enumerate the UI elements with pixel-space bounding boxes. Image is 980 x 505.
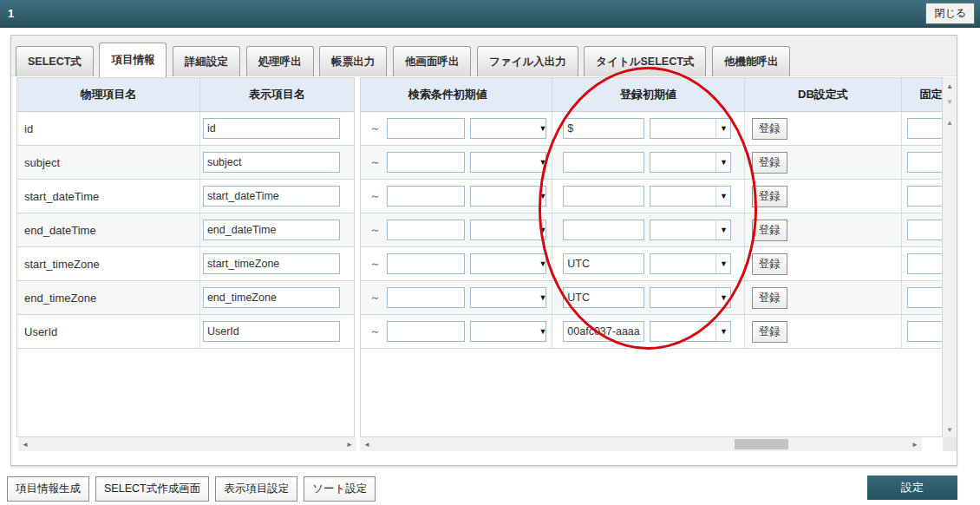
condition-value-input[interactable] (387, 220, 465, 240)
fixed-value-input[interactable] (907, 253, 942, 274)
scroll-right-icon[interactable]: ► (343, 441, 356, 449)
condition-value-input[interactable] (387, 118, 465, 139)
dropdown-arrow-icon: ▼ (715, 322, 730, 341)
register-option-select[interactable]: ▼ (650, 253, 731, 274)
tab-other-function-call[interactable]: 他機能呼出 (712, 46, 791, 76)
scroll-down-icon[interactable]: ▼ (943, 423, 957, 436)
condition-value-input[interactable] (387, 321, 465, 342)
register-value-input[interactable] (563, 287, 644, 308)
condition-option-select[interactable]: ▼ (470, 253, 546, 274)
column-header-display-name: 表示項目名 (200, 78, 354, 111)
condition-value-input[interactable] (387, 287, 465, 308)
fixed-value-input[interactable] (907, 321, 942, 342)
register-value-input[interactable] (563, 321, 644, 342)
sort-settings-button[interactable]: ソート設定 (304, 476, 376, 502)
scroll-down-icon[interactable]: ▼ (943, 95, 957, 108)
register-option-select[interactable]: ▼ (650, 220, 731, 240)
fixed-value-input[interactable] (907, 152, 942, 173)
condition-option-select[interactable]: ▼ (470, 321, 546, 342)
register-option-select[interactable]: ▼ (650, 186, 731, 207)
horizontal-scrollbar-left[interactable]: ◄ ► (18, 437, 356, 451)
register-button[interactable]: 登録 (752, 253, 787, 275)
dropdown-arrow-icon: ▼ (538, 322, 546, 341)
horizontal-scrollbar-right[interactable]: ◄ ► (360, 437, 922, 451)
table-row: ～ ▼ ▼ 登録 (361, 146, 942, 180)
display-name-input[interactable] (203, 253, 340, 274)
tab-file-io[interactable]: ファイル入出力 (477, 46, 578, 76)
generate-item-info-button[interactable]: 項目情報生成 (7, 476, 89, 502)
tab-title-select-expression[interactable]: タイトルSELECT式 (584, 46, 706, 76)
condition-value-input[interactable] (387, 186, 465, 207)
display-name-input[interactable] (203, 118, 340, 139)
table-row: id (17, 112, 354, 146)
range-separator: ～ (369, 290, 382, 305)
table-row: ～ ▼ ▼ 登録 (361, 281, 942, 315)
condition-option-select[interactable]: ▼ (470, 186, 546, 207)
physical-name-label: id (17, 112, 200, 145)
register-value-input[interactable] (563, 186, 644, 207)
range-separator: ～ (369, 188, 382, 204)
fixed-value-input[interactable] (907, 186, 942, 207)
register-value-input[interactable] (563, 118, 644, 139)
register-value-input[interactable] (563, 152, 644, 173)
display-name-input[interactable] (203, 321, 340, 342)
register-button[interactable]: 登録 (752, 321, 787, 343)
scrollbar-thumb[interactable] (735, 439, 788, 449)
display-name-input[interactable] (203, 220, 340, 240)
condition-option-select[interactable]: ▼ (470, 220, 546, 240)
display-name-input[interactable] (203, 287, 340, 308)
register-value-input[interactable] (563, 253, 644, 274)
scroll-up-icon[interactable]: ▲ (943, 79, 957, 93)
fixed-value-input[interactable] (907, 220, 942, 240)
column-header-condition-initial-value: 検索条件初期値 (361, 78, 552, 111)
tab-select-expression[interactable]: SELECT式 (16, 46, 94, 76)
display-name-input[interactable] (203, 186, 340, 207)
tab-detail-settings[interactable]: 詳細設定 (173, 46, 240, 76)
dropdown-arrow-icon: ▼ (715, 254, 730, 273)
range-separator: ～ (369, 324, 382, 339)
range-separator: ～ (369, 154, 382, 170)
register-button[interactable]: 登録 (752, 186, 787, 207)
condition-option-select[interactable]: ▼ (470, 118, 546, 139)
table-row: ～ ▼ ▼ 登録 (361, 213, 942, 247)
fixed-value-input[interactable] (907, 287, 942, 308)
scroll-up-icon[interactable]: ▲ (943, 115, 957, 129)
register-option-select[interactable]: ▼ (650, 118, 731, 139)
table-row: ～ ▼ ▼ 登録 (361, 247, 942, 281)
select-expression-screen-button[interactable]: SELECT式作成画面 (95, 476, 209, 502)
register-button[interactable]: 登録 (752, 220, 787, 241)
scroll-right-icon[interactable]: ► (908, 441, 922, 449)
condition-option-select[interactable]: ▼ (470, 152, 546, 173)
scroll-left-icon[interactable]: ◄ (360, 441, 374, 449)
register-option-select[interactable]: ▼ (650, 152, 731, 173)
column-header-register-initial-value: 登録初期値 (552, 78, 744, 111)
register-button[interactable]: 登録 (752, 287, 787, 309)
condition-option-select[interactable]: ▼ (470, 287, 546, 308)
close-button[interactable]: 閉じる (925, 3, 975, 24)
physical-name-label: subject (17, 146, 200, 179)
dropdown-arrow-icon: ▼ (715, 220, 730, 239)
vertical-scrollbar[interactable]: ▲ ▼ ▲ ▼ (943, 77, 957, 451)
display-item-settings-button[interactable]: 表示項目設定 (215, 476, 297, 502)
settings-button[interactable]: 設定 (867, 475, 957, 500)
scroll-left-icon[interactable]: ◄ (18, 441, 32, 449)
condition-value-input[interactable] (387, 152, 465, 173)
register-value-input[interactable] (563, 220, 644, 240)
register-button[interactable]: 登録 (752, 152, 787, 174)
physical-name-label: end_dateTime (17, 213, 200, 246)
register-option-select[interactable]: ▼ (650, 321, 731, 342)
tab-item-info[interactable]: 項目情報 (99, 43, 167, 77)
footer-toolbar: 項目情報生成 SELECT式作成画面 表示項目設定 ソート設定 (7, 476, 376, 502)
register-option-select[interactable]: ▼ (650, 287, 731, 308)
tab-other-screen-call[interactable]: 他画面呼出 (393, 46, 472, 76)
range-separator: ～ (369, 222, 382, 238)
column-header-physical-name: 物理項目名 (17, 78, 200, 111)
condition-value-input[interactable] (387, 253, 465, 274)
table-row: end_dateTime (17, 213, 354, 247)
display-name-input[interactable] (203, 152, 340, 173)
fixed-value-input[interactable] (907, 118, 942, 139)
register-button[interactable]: 登録 (752, 118, 787, 140)
tab-report-output[interactable]: 帳票出力 (319, 46, 387, 76)
dropdown-arrow-icon: ▼ (538, 220, 546, 239)
tab-process-call[interactable]: 処理呼出 (246, 46, 314, 76)
